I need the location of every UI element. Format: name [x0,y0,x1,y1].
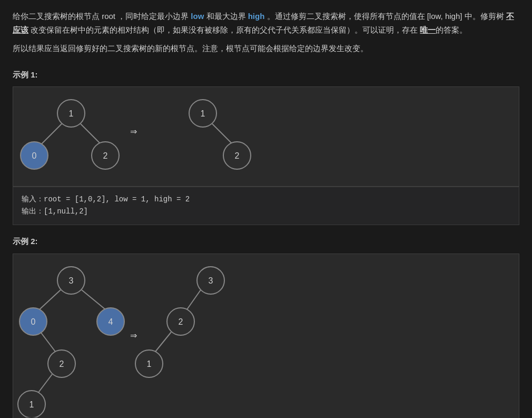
svg-text:0: 0 [31,317,36,326]
svg-text:1: 1 [201,109,205,118]
svg-line-3 [81,124,102,145]
svg-text:⇒: ⇒ [130,331,137,340]
intro-line1-end: 改变保留在树中的元素的相对结构（即，如果没有被移除，原有的父代子代关系都应当保留… [28,25,420,34]
svg-line-11 [212,124,233,145]
svg-text:3: 3 [69,276,74,285]
intro-line1-before: 给你二叉搜索树的根节点 root ，同时给定最小边界 [13,12,191,21]
example1-output: 输出：[1,null,2] [22,206,510,218]
example1-code: 输入：root = [1,0,2], low = 1, high = 2 输出：… [13,187,519,226]
svg-text:2: 2 [179,317,183,326]
intro-paragraph: 给你二叉搜索树的根节点 root ，同时给定最小边界 low 和最大边界 hig… [13,9,519,36]
svg-text:0: 0 [32,151,37,160]
example2-svg: 3 0 4 2 1 ⇒ 3 [13,254,255,417]
svg-text:1: 1 [147,359,152,368]
svg-text:1: 1 [29,400,34,409]
svg-text:2: 2 [60,359,64,368]
svg-line-25 [37,374,52,394]
high-keyword: high [248,12,265,21]
example1-diagram: 1 0 2 ⇒ 1 2 [13,86,519,187]
example2-section: 示例 2: 3 0 4 2 1 [13,235,519,418]
note-text: 所以结果应当返回修剪好的二叉搜索树的新的根节点。注意，根节点可能会根据给定的边界… [13,44,368,53]
svg-line-31 [187,290,201,309]
svg-text:⇒: ⇒ [130,127,137,136]
svg-text:2: 2 [235,151,240,160]
example2-title: 示例 2: [13,235,519,248]
low-keyword: low [191,12,204,21]
svg-text:3: 3 [209,276,213,285]
intro-line1-final: 的答案。 [436,25,467,34]
svg-line-2 [41,124,62,145]
intro-line1-after: 。通过修剪二叉搜索树，使得所有节点的值在 [low, high] 中。修剪树 [264,12,506,21]
svg-text:4: 4 [109,317,113,326]
example1-svg: 1 0 2 ⇒ 1 2 [13,87,255,182]
svg-line-34 [155,332,171,352]
example2-diagram: 3 0 4 2 1 ⇒ 3 [13,254,519,418]
svg-line-17 [82,290,105,309]
svg-text:2: 2 [103,151,108,160]
svg-text:1: 1 [69,109,74,118]
example1-input: 输入：root = [1,0,2], low = 1, high = 2 [22,193,510,206]
example1-title: 示例 1: [13,68,519,82]
example1-section: 示例 1: 1 0 2 ⇒ 1 2 [13,68,519,226]
note-paragraph: 所以结果应当返回修剪好的二叉搜索树的新的根节点。注意，根节点可能会根据给定的边界… [13,42,519,55]
unique-text: 唯一 [420,25,436,34]
intro-line1-mid: 和最大边界 [204,12,248,21]
svg-line-16 [40,290,61,309]
svg-line-22 [41,332,55,352]
